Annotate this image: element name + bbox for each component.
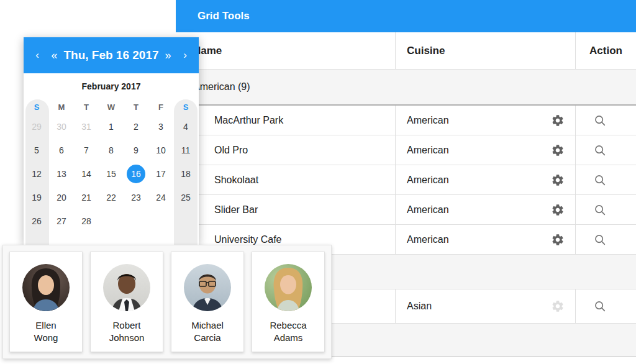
grid-toolbar: Grid Tools <box>176 0 636 32</box>
day-cell[interactable]: 24 <box>148 186 173 209</box>
person-card[interactable]: Rebecca Adams <box>252 252 325 352</box>
weekday-label: T <box>124 99 148 115</box>
search-icon[interactable] <box>592 202 608 218</box>
column-header-cuisine[interactable]: Cuisine <box>396 32 576 69</box>
day-cell[interactable]: 29 <box>24 115 49 139</box>
cell-cuisine: American <box>407 204 449 216</box>
day-cell[interactable]: 28 <box>74 209 99 233</box>
day-cell[interactable]: 8 <box>99 139 124 162</box>
day-cell[interactable]: 5 <box>24 139 49 162</box>
calendar-selected-date-title: Thu, Feb 16 2017 <box>63 48 158 62</box>
day-cell[interactable]: 12 <box>24 162 49 186</box>
person-last-name: Wong <box>10 332 82 344</box>
day-cell <box>124 209 148 233</box>
column-header-cuisine-label: Cuisine <box>407 45 445 57</box>
calendar-prev-icon[interactable]: ‹ <box>32 49 43 61</box>
grid-toolbar-title: Grid Tools <box>198 10 250 22</box>
day-cell[interactable]: 19 <box>24 186 49 209</box>
weekday-label: S <box>173 99 198 115</box>
day-cell[interactable]: 31 <box>74 115 99 139</box>
day-cell[interactable]: 30 <box>49 115 74 139</box>
day-cell[interactable]: 15 <box>99 162 124 186</box>
day-cell-selected[interactable]: 16 <box>124 162 148 186</box>
gear-icon[interactable] <box>550 232 565 247</box>
table-row[interactable]: Slider Bar American <box>176 195 636 225</box>
day-cell[interactable]: 1 <box>99 115 124 139</box>
day-cell[interactable]: 6 <box>49 139 74 162</box>
gear-icon[interactable] <box>550 143 565 158</box>
group-row-label: American (9) <box>193 81 250 93</box>
datepicker-popup: ‹ « Thu, Feb 16 2017 » › February 2017 S… <box>24 37 199 245</box>
search-icon[interactable] <box>592 142 608 158</box>
cell-cuisine: American <box>407 234 449 245</box>
weekday-label: W <box>99 99 124 115</box>
day-cell[interactable]: 25 <box>173 186 198 209</box>
day-cell[interactable]: 27 <box>49 209 74 233</box>
cell-name: University Cafe <box>214 234 281 245</box>
search-icon[interactable] <box>592 298 608 314</box>
person-name: Robert Johnson <box>91 319 163 345</box>
column-header-action[interactable]: Action <box>576 32 636 69</box>
selected-day-circle: 16 <box>127 165 145 183</box>
cell-cuisine: American <box>407 175 449 186</box>
person-last-name: Carcia <box>171 332 243 344</box>
gear-icon[interactable] <box>550 113 565 128</box>
calendar-prev-fast-icon[interactable]: « <box>51 49 57 62</box>
datepicker-header: ‹ « Thu, Feb 16 2017 » › <box>24 37 199 73</box>
person-first-name: Rebecca <box>252 319 324 332</box>
search-icon[interactable] <box>592 232 608 248</box>
day-cell[interactable]: 14 <box>74 162 99 186</box>
avatar <box>184 264 231 311</box>
day-cell[interactable]: 26 <box>24 209 49 233</box>
person-first-name: Michael <box>171 319 243 332</box>
table-row[interactable]: MacArthur Park American <box>176 106 636 135</box>
day-cell[interactable]: 23 <box>124 186 148 209</box>
person-name: Michael Carcia <box>171 319 243 345</box>
person-card[interactable]: Ellen Wong <box>9 252 83 352</box>
day-cell[interactable]: 10 <box>148 139 173 162</box>
day-cell[interactable]: 17 <box>148 162 173 186</box>
person-card[interactable]: Robert Johnson <box>90 252 163 352</box>
calendar-grid: S M T W T F S 29 30 31 1 2 3 4 5 6 7 8 9… <box>24 99 199 233</box>
people-panel: Ellen Wong Robert Johnson <box>2 245 332 359</box>
calendar-title-group[interactable]: « Thu, Feb 16 2017 » <box>43 48 179 62</box>
person-first-name: Ellen <box>10 319 82 332</box>
gear-icon[interactable] <box>550 173 565 188</box>
cell-cuisine: American <box>407 115 449 126</box>
day-cell[interactable]: 4 <box>173 115 198 139</box>
person-name: Rebecca Adams <box>252 319 324 345</box>
day-cell[interactable]: 20 <box>49 186 74 209</box>
calendar-next-fast-icon[interactable]: » <box>165 49 171 62</box>
day-cell[interactable]: 11 <box>173 139 198 162</box>
day-cell[interactable]: 13 <box>49 162 74 186</box>
person-card[interactable]: Michael Carcia <box>171 252 244 352</box>
cell-cuisine: American <box>407 145 449 156</box>
day-cell[interactable]: 7 <box>74 139 99 162</box>
group-row-american[interactable]: American (9) <box>176 70 636 106</box>
table-row[interactable]: Shokolaat American <box>176 165 636 195</box>
weekday-label: T <box>74 99 99 115</box>
day-cell[interactable]: 3 <box>148 115 173 139</box>
weekday-label: S <box>24 99 49 115</box>
gear-icon <box>550 299 565 314</box>
table-row[interactable]: Old Pro American <box>176 135 636 165</box>
search-icon[interactable] <box>592 172 608 188</box>
calendar-next-icon[interactable]: › <box>179 49 191 61</box>
day-cell[interactable]: 18 <box>173 162 198 186</box>
avatar <box>22 264 70 311</box>
column-header-action-label: Action <box>589 45 622 57</box>
column-header-name[interactable]: Name <box>176 32 396 69</box>
cell-name: Slider Bar <box>214 204 258 216</box>
search-icon[interactable] <box>592 112 608 129</box>
day-cell[interactable]: 2 <box>124 115 148 139</box>
day-cell[interactable]: 9 <box>124 139 148 162</box>
cell-name: MacArthur Park <box>214 115 283 126</box>
gear-icon[interactable] <box>550 202 565 217</box>
avatar <box>103 264 150 311</box>
day-cell[interactable]: 21 <box>74 186 99 209</box>
day-cell <box>148 209 173 233</box>
day-cell <box>99 209 124 233</box>
grid-header-row: Name Cuisine Action <box>176 32 636 70</box>
day-cell[interactable]: 22 <box>99 186 124 209</box>
avatar <box>265 264 312 311</box>
